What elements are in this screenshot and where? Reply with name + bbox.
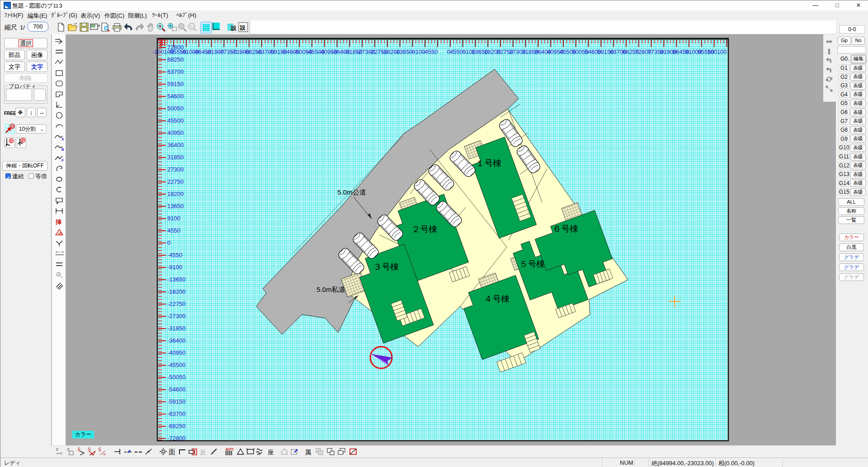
svg-text:4550: 4550 <box>450 48 463 55</box>
svg-text:４号棟: ４号棟 <box>484 294 510 304</box>
svg-text:22750: 22750 <box>167 178 184 185</box>
svg-text:27300: 27300 <box>167 166 184 173</box>
svg-text:反: 反 <box>200 448 206 456</box>
svg-text:-68250: -68250 <box>167 423 185 429</box>
svg-text:100100: 100100 <box>707 48 726 55</box>
svg-text:-27300: -27300 <box>167 313 185 319</box>
svg-text:68250: 68250 <box>167 56 184 63</box>
svg-text:面: 面 <box>169 448 175 456</box>
svg-text:S: S <box>88 447 91 452</box>
svg-text:属: 属 <box>305 448 311 456</box>
svg-text:３号棟: ３号棟 <box>373 262 399 272</box>
svg-text:６号棟: ６号棟 <box>553 224 579 234</box>
svg-text:40950: 40950 <box>167 129 184 136</box>
svg-text:-18200: -18200 <box>167 288 185 295</box>
svg-text:45500: 45500 <box>167 117 184 124</box>
svg-text:-50050: -50050 <box>167 374 185 381</box>
svg-text:4550: 4550 <box>167 227 180 234</box>
svg-text:-54600: -54600 <box>167 386 185 393</box>
svg-text:-4550: -4550 <box>167 252 182 258</box>
svg-text:54600: 54600 <box>167 93 184 100</box>
svg-text:-63700: -63700 <box>167 410 185 417</box>
svg-text:２号棟: ２号棟 <box>412 224 438 234</box>
svg-text:-59150: -59150 <box>167 398 185 405</box>
svg-text:31850: 31850 <box>167 154 184 161</box>
svg-text:13650: 13650 <box>167 203 184 210</box>
svg-text:50050: 50050 <box>167 105 184 112</box>
svg-text:１号棟: １号棟 <box>476 158 502 168</box>
svg-text:18200: 18200 <box>167 191 184 197</box>
svg-text:５号棟: ５号棟 <box>519 259 545 269</box>
svg-text:-45500: -45500 <box>167 362 185 368</box>
svg-text:-13650: -13650 <box>167 276 185 283</box>
svg-text:-40950: -40950 <box>167 349 185 356</box>
svg-text:9100: 9100 <box>167 215 180 222</box>
svg-text:5.0m公道: 5.0m公道 <box>337 188 366 196</box>
svg-text:59150: 59150 <box>167 81 184 87</box>
svg-text:63700: 63700 <box>167 68 184 75</box>
svg-text:-31850: -31850 <box>167 325 185 332</box>
svg-text:0: 0 <box>167 239 170 246</box>
svg-text:72800: 72800 <box>167 44 184 51</box>
svg-text:-36400: -36400 <box>167 337 185 344</box>
svg-text:5.0m私道: 5.0m私道 <box>316 286 345 293</box>
svg-text:座: 座 <box>268 448 274 456</box>
svg-text:S: S <box>56 447 58 452</box>
svg-text:-9100: -9100 <box>167 264 182 271</box>
svg-text:-22750: -22750 <box>167 300 185 307</box>
svg-text:AUTO: AUTO <box>226 448 234 451</box>
svg-text:36400: 36400 <box>167 142 184 148</box>
svg-text:-4550: -4550 <box>423 48 438 55</box>
svg-text:S: S <box>98 447 101 452</box>
